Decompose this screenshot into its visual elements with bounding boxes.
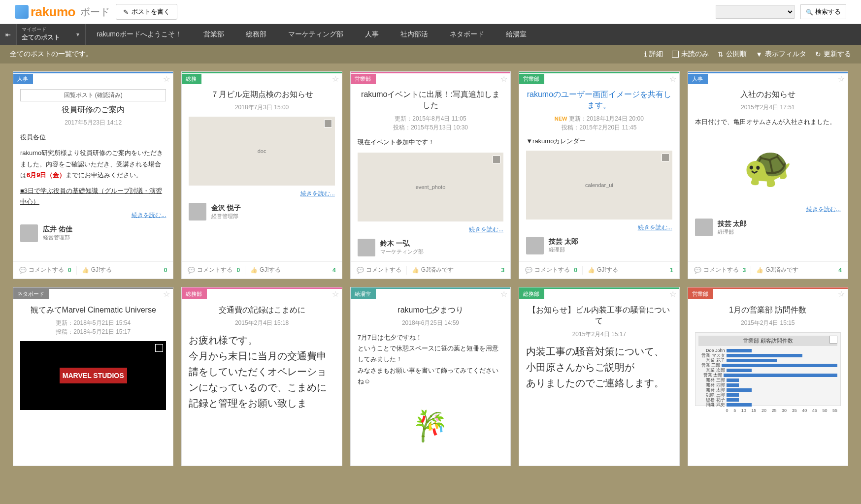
detail-button[interactable]: 詳細 — [644, 50, 663, 59]
write-post-button[interactable]: ポストを書く — [116, 4, 177, 20]
post-author[interactable]: 鈴木 一弘 マーケティング部 — [358, 239, 503, 256]
star-icon[interactable]: ☆ — [500, 74, 507, 84]
post-image[interactable]: event_photo — [358, 153, 503, 221]
chart-bar — [727, 359, 777, 362]
read-more-link[interactable]: 続きを読む... — [20, 211, 166, 220]
display-filter-button[interactable]: 表示フィルタ — [756, 50, 806, 59]
nav-tab[interactable]: 総務部 — [235, 24, 277, 45]
category-label: ネタボード — [13, 289, 49, 299]
comment-button[interactable]: コメントする — [357, 266, 401, 274]
author-name: 金沢 悦子 — [211, 204, 241, 213]
collapse-sidebar-button[interactable] — [0, 24, 17, 45]
read-more-link[interactable]: 続きを読む... — [695, 205, 841, 214]
post-title[interactable]: 入社のお知らせ — [695, 89, 841, 100]
post-body: 現在イベント参加中です！ — [358, 137, 503, 148]
post-title[interactable]: 【お知らせ】ビル内装工事の騒音について — [526, 305, 672, 327]
post-image[interactable]: 🎋 — [358, 392, 503, 461]
post-body: 内装工事の騒音対策について、小田原さんからご説明がありましたのでご連絡します。 — [526, 344, 672, 391]
post-author[interactable]: 技芸 太郎 経理部 — [695, 219, 841, 236]
read-more-link[interactable]: 続きを読む... — [189, 189, 334, 198]
gallery-icon — [829, 336, 837, 344]
comment-count: 0 — [236, 267, 240, 274]
gj-button[interactable]: GJ!済みです — [756, 266, 798, 274]
post-chart[interactable]: 営業部 顧客訪問件数 Doe John営業 マスタ営業 花子営業 三郎営業 次郎… — [695, 332, 841, 406]
chart-bar — [727, 349, 752, 352]
chart-bar — [727, 403, 752, 407]
star-icon[interactable]: ☆ — [332, 289, 339, 299]
thumb-icon — [588, 267, 595, 274]
star-icon[interactable]: ☆ — [838, 74, 845, 84]
post-title[interactable]: 1月の営業部 訪問件数 — [695, 305, 841, 315]
comment-icon — [19, 267, 27, 274]
post-image[interactable]: 🐢 — [695, 132, 841, 201]
chart-bar — [727, 369, 752, 372]
thumb-icon — [412, 267, 419, 274]
top-bar: rakumo ボード ポストを書く 検索する — [0, 0, 861, 24]
comment-button[interactable]: コメントする — [694, 266, 739, 274]
post-author[interactable]: 技芸 太郎 経理部 — [526, 237, 672, 254]
gj-button[interactable]: GJ!済みです — [412, 266, 454, 274]
nav-tab[interactable]: 営業部 — [193, 24, 235, 45]
star-icon[interactable]: ☆ — [838, 289, 845, 299]
sort-public-button[interactable]: 公開順 — [718, 50, 747, 59]
post-link[interactable]: ■3日で学ぶ役員の基礎知識（グループ討議・演習中心） — [20, 186, 166, 207]
star-icon[interactable]: ☆ — [500, 289, 507, 299]
chart-bar — [722, 364, 837, 367]
search-category-select[interactable] — [716, 5, 795, 19]
author-dept: 経営管理部 — [211, 213, 241, 220]
comment-button[interactable]: コメントする — [188, 266, 232, 274]
nav-tab[interactable]: ネタボード — [439, 24, 495, 45]
thumb-icon — [250, 267, 258, 274]
nav-tab[interactable]: 社内部活 — [390, 24, 439, 45]
star-icon[interactable]: ☆ — [332, 74, 339, 84]
post-title[interactable]: 役員研修のご案内 — [20, 104, 166, 115]
post-body: 役員各位 — [20, 132, 166, 143]
post-date: NEW 更新：2018年1月24日 20:00投稿：2015年2月20日 11:… — [526, 114, 672, 132]
search-button[interactable]: 検索する — [800, 4, 846, 19]
chart-bar — [727, 393, 739, 397]
post-title[interactable]: rakumoイベントに出展！:写真追加しました — [358, 89, 503, 111]
post-title[interactable]: 観てみてMarvel Cinematic Universe — [20, 305, 166, 315]
post-title[interactable]: rakumo七夕まつり — [358, 305, 503, 315]
post-date: 更新：2015年8月4日 11:05投稿：2015年5月13日 10:30 — [358, 114, 503, 132]
star-icon[interactable]: ☆ — [669, 289, 676, 299]
post-title[interactable]: rakumoのユーザー画面イメージを共有します。 — [526, 89, 672, 111]
gallery-icon — [493, 156, 500, 163]
star-icon[interactable]: ☆ — [669, 74, 676, 84]
chart-bar — [724, 374, 837, 377]
nav-tab[interactable]: rakumoボードへようこそ！ — [86, 24, 193, 45]
gj-button[interactable]: GJ!する — [588, 266, 618, 274]
nav-tab[interactable]: マーケティング部 — [277, 24, 354, 45]
myboard-dropdown[interactable]: マイボード 全てのポスト — [17, 24, 86, 45]
comment-button[interactable]: コメントする — [19, 266, 64, 274]
unread-only-toggle[interactable]: 未読のみ — [672, 50, 709, 59]
author-dept: 経理部 — [549, 246, 578, 253]
chart-x-axis: 0510152025303540455055 — [698, 408, 837, 413]
post-card: 人事☆回覧ポスト (確認済み)役員研修のご案内2017年5月23日 14:12役… — [13, 71, 173, 279]
myboard-label: マイボード — [22, 26, 80, 33]
reload-button[interactable]: 更新する — [815, 50, 851, 59]
post-title[interactable]: ７月ビル定期点検のお知らせ — [189, 89, 334, 100]
chart-bar — [727, 383, 739, 387]
post-image[interactable]: calendar_ui — [526, 151, 672, 220]
chart-title: 営業部 顧客訪問件数 — [698, 336, 837, 346]
gj-button[interactable]: GJ!する — [82, 266, 112, 274]
read-more-link[interactable]: 続きを読む... — [358, 225, 503, 234]
post-image[interactable]: doc — [189, 117, 334, 186]
thumb-icon — [756, 267, 763, 274]
chart-bar — [727, 388, 752, 392]
gj-button[interactable]: GJ!する — [250, 266, 281, 274]
nav-tab[interactable]: 人事 — [354, 24, 390, 45]
comment-button[interactable]: コメントする — [525, 266, 570, 274]
read-more-link[interactable]: 続きを読む... — [526, 223, 672, 232]
nav-tab[interactable]: 給湯室 — [495, 24, 537, 45]
chart-bar — [727, 354, 802, 357]
star-icon[interactable]: ☆ — [163, 289, 170, 299]
logo[interactable]: rakumo ボード — [15, 4, 110, 20]
star-icon[interactable]: ☆ — [163, 74, 170, 84]
post-image[interactable]: MARVEL STUDIOS — [20, 341, 166, 410]
pencil-icon — [123, 8, 129, 16]
post-title[interactable]: 交通費の記録はこまめに — [189, 305, 334, 315]
post-author[interactable]: 金沢 悦子 経営管理部 — [189, 203, 334, 220]
post-author[interactable]: 広井 佑佳 経営管理部 — [20, 224, 166, 242]
